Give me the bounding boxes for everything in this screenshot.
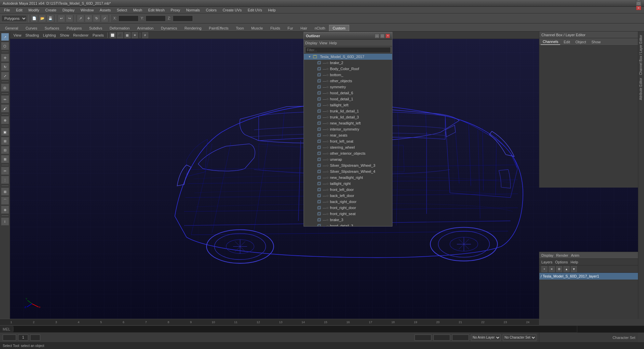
paint-select-btn[interactable]: ⬡ xyxy=(1,42,9,50)
outliner-item-24[interactable]: ▶—○ back_right_door xyxy=(304,199,392,205)
view-menu[interactable]: View xyxy=(12,33,23,37)
redo-btn[interactable]: ↪ xyxy=(66,15,73,22)
grid-btn[interactable]: # xyxy=(142,32,148,38)
outliner-item-12[interactable]: ▶—○ interior_symmetry xyxy=(304,126,392,132)
select-btn[interactable]: ↗ xyxy=(77,15,84,22)
light-btn[interactable]: ☀ xyxy=(132,32,138,38)
tab-toon[interactable]: Toon xyxy=(232,25,248,31)
soft-select-btn[interactable]: ◎ xyxy=(1,84,9,92)
outliner-item-19[interactable]: ▶—○ Silver_Slipstream_Wheel_4 xyxy=(304,168,392,174)
tab-custom[interactable]: Custom xyxy=(329,25,349,31)
character-set-select[interactable]: No Character Set xyxy=(503,334,536,341)
menu-item-edit mesh[interactable]: Edit Mesh xyxy=(146,7,167,13)
tab-fur[interactable]: Fur xyxy=(284,25,297,31)
outliner-item-25[interactable]: ▶—○ front_right_door xyxy=(304,205,392,211)
split-btn[interactable]: ⊠ xyxy=(1,155,9,163)
outliner-view-menu[interactable]: View xyxy=(319,41,327,45)
channels-tab[interactable]: Channels xyxy=(541,39,560,45)
smooth-btn[interactable]: ⬛ xyxy=(117,32,123,38)
outliner-item-0[interactable]: ▼Tesla_Model_S_60D_2017 xyxy=(304,54,392,60)
z-input[interactable] xyxy=(173,15,193,21)
outliner-item-18[interactable]: ▶—○ Silver_Slipstream_Wheel_3 xyxy=(304,162,392,168)
playback-end-input[interactable]: 24 xyxy=(30,335,40,341)
save-btn[interactable]: 💾 xyxy=(47,15,54,22)
undo-btn[interactable]: ↩ xyxy=(58,15,65,22)
menu-item-help[interactable]: Help xyxy=(265,7,278,13)
outliner-item-3[interactable]: ▶—○ bottom_ xyxy=(304,72,392,78)
render-tab[interactable]: Render xyxy=(556,253,568,257)
frame-input[interactable] xyxy=(18,335,28,341)
move-btn[interactable]: ✛ xyxy=(85,15,92,22)
edit-tab[interactable]: Edit xyxy=(561,39,572,45)
paint-btn[interactable]: 🖌 xyxy=(1,104,9,112)
tab-hair[interactable]: Hair xyxy=(297,25,311,31)
tab-painteffects[interactable]: PaintEffects xyxy=(205,25,232,31)
menu-item-mesh[interactable]: Mesh xyxy=(130,7,145,13)
outliner-item-6[interactable]: ▶—○ hood_detail_6 xyxy=(304,90,392,96)
new-scene-btn[interactable]: 📄 xyxy=(31,15,38,22)
layer-up-btn[interactable]: ▲ xyxy=(564,266,570,272)
y-input[interactable] xyxy=(146,15,166,21)
outliner-close-btn[interactable]: ✕ xyxy=(385,34,390,38)
help-menu[interactable]: Help xyxy=(571,260,578,264)
tab-surfaces[interactable]: Surfaces xyxy=(41,25,63,31)
outliner-item-7[interactable]: ▶—○ hood_detail_1 xyxy=(304,96,392,102)
outliner-item-2[interactable]: ▶—○ Body_Color_Roof xyxy=(304,66,392,72)
outliner-maximize-btn[interactable]: □ xyxy=(380,34,385,38)
outliner-item-16[interactable]: ▶—○ other_interior_objects xyxy=(304,150,392,156)
menu-item-create[interactable]: Create xyxy=(43,7,59,13)
layers-menu[interactable]: Layers xyxy=(541,260,552,264)
rotate-tool-btn[interactable]: ↻ xyxy=(1,63,9,71)
snap-curve-btn[interactable]: ⌒ xyxy=(1,197,9,205)
show-menu[interactable]: Show xyxy=(59,33,71,37)
fps-field[interactable]: 48.00 xyxy=(452,335,469,341)
menu-item-display[interactable]: Display xyxy=(60,7,77,13)
renderer-menu[interactable]: Renderer xyxy=(72,33,90,37)
menu-item-normals[interactable]: Normals xyxy=(183,7,203,13)
anim-layer-select[interactable]: No Anim Layer xyxy=(471,334,501,341)
snap-point-btn[interactable]: ⊕ xyxy=(1,206,9,214)
outliner-item-20[interactable]: ▶—○ new_headlight_right xyxy=(304,174,392,181)
layer-options-btn[interactable]: ⚙ xyxy=(556,266,562,272)
outliner-item-22[interactable]: ▶—○ front_left_door xyxy=(304,187,392,193)
close-button[interactable]: ✕ xyxy=(636,6,641,10)
info-btn[interactable]: i xyxy=(1,217,9,226)
cut-faces-btn[interactable]: ✂ xyxy=(1,167,9,175)
wireframe-btn[interactable]: ⬜ xyxy=(110,32,116,38)
tab-subdivs[interactable]: Subdivs xyxy=(86,25,106,31)
panels-menu[interactable]: Panels xyxy=(91,33,105,37)
menu-item-colors[interactable]: Colors xyxy=(203,7,219,13)
outliner-item-8[interactable]: ▶—○ taillight_left xyxy=(304,102,392,108)
rotate-btn[interactable]: ↻ xyxy=(93,15,100,22)
menu-item-modify[interactable]: Modify xyxy=(26,7,42,13)
layer-entry[interactable]: / Tesla_Model_S_60D_2017_layer1 xyxy=(539,273,638,280)
scale-tool-btn[interactable]: ⤢ xyxy=(1,72,9,80)
timeline-ruler[interactable]: 123456789101112131415161718192021222324 xyxy=(0,319,539,325)
mode-dropdown[interactable]: Polygons xyxy=(1,15,27,22)
menu-item-create uvs[interactable]: Create UVs xyxy=(220,7,245,13)
outliner-item-13[interactable]: ▶—○ rear_seats xyxy=(304,132,392,138)
anim-range-end[interactable]: 24.00 xyxy=(433,335,450,341)
tab-ncloth[interactable]: nCloth xyxy=(311,25,329,31)
tab-curves[interactable]: Curves xyxy=(22,25,41,31)
snap-grid-btn[interactable]: ⊞ xyxy=(1,188,9,196)
menu-item-file[interactable]: File xyxy=(1,7,13,13)
anim-tab[interactable]: Anim xyxy=(571,253,579,257)
menu-item-assets[interactable]: Assets xyxy=(97,7,113,13)
delete-layer-btn[interactable]: ✕ xyxy=(549,266,555,272)
outliner-search-input[interactable] xyxy=(305,47,391,53)
outliner-item-23[interactable]: ▶—○ back_left_door xyxy=(304,193,392,199)
bridge-btn[interactable]: ⊞ xyxy=(1,137,9,145)
lighting-menu[interactable]: Lighting xyxy=(42,33,57,37)
outliner-item-21[interactable]: ▶—○ taillight_right xyxy=(304,181,392,187)
outliner-item-14[interactable]: ▶—○ front_left_seat xyxy=(304,138,392,144)
menu-item-window[interactable]: Window xyxy=(78,7,96,13)
texture-btn[interactable]: ▦ xyxy=(124,32,130,38)
outliner-item-27[interactable]: ▶—○ brake_3 xyxy=(304,217,392,223)
select-tool-btn[interactable]: ↗ xyxy=(1,33,9,41)
sculpt-btn[interactable]: ✏ xyxy=(1,95,9,103)
show-manip-btn[interactable]: ⊕ xyxy=(1,116,9,124)
tab-polygons[interactable]: Polygons xyxy=(63,25,85,31)
mel-input[interactable] xyxy=(13,326,577,332)
menu-item-edit uvs[interactable]: Edit UVs xyxy=(245,7,265,13)
